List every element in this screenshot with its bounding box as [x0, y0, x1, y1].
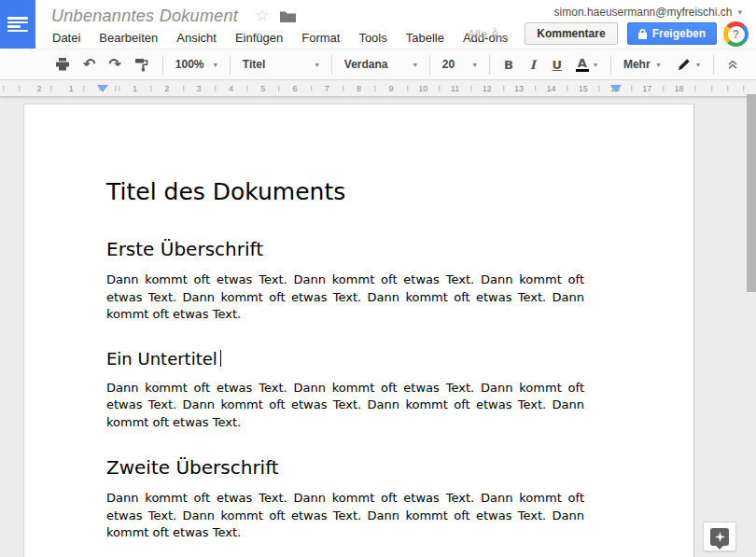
topbar-actions: Alle Ä... Kommentare Freigeben: [464, 22, 717, 45]
chevron-down-icon: ▾: [696, 61, 700, 69]
toolbar-separator: [230, 55, 231, 75]
toolbar-right-group: ▾: [672, 53, 743, 76]
font-family-dropdown[interactable]: Verdana ▾: [341, 53, 421, 76]
font-size-dropdown[interactable]: 20 ▾: [439, 53, 481, 76]
doc-paragraph[interactable]: Dann kommt oft etwas Text. Dann kommt of…: [106, 380, 584, 432]
document-canvas: Titel des Dokuments Erste Überschrift Da…: [0, 98, 756, 557]
ruler-number: 14: [543, 83, 558, 94]
indent-marker-right[interactable]: [610, 85, 622, 92]
doc-paragraph[interactable]: Dann kommt oft etwas Text. Dann kommt of…: [106, 490, 584, 542]
underline-button[interactable]: U: [547, 53, 567, 76]
collapse-toolbar-button[interactable]: [722, 53, 743, 76]
chevron-down-icon: ▾: [413, 61, 417, 69]
ruler-number: 9: [385, 83, 396, 94]
star-icon[interactable]: ☆: [255, 7, 269, 25]
redo-icon: ↷: [108, 57, 120, 72]
comments-button[interactable]: Kommentare: [525, 22, 617, 45]
ruler-number: 5: [258, 83, 268, 94]
toolbar-separator: [429, 55, 430, 75]
ruler[interactable]: 21123456789101112131415161718: [0, 80, 756, 97]
document-page[interactable]: Titel des Dokuments Erste Überschrift Da…: [23, 104, 694, 557]
explore-button[interactable]: [703, 522, 736, 551]
lock-icon: [638, 29, 647, 39]
paint-format-button[interactable]: [130, 53, 154, 76]
paragraph-style-dropdown[interactable]: Titel ▾: [239, 53, 323, 76]
paint-format-icon: [134, 58, 149, 72]
document-title[interactable]: Unbenanntes Dokument: [51, 7, 238, 26]
ruler-number: 15: [576, 83, 591, 94]
doc-heading-2[interactable]: Zweite Überschrift: [106, 455, 584, 480]
ruler-number: 2: [161, 83, 172, 94]
doc-paragraph[interactable]: Dann kommt oft etwas Text. Dann kommt of…: [106, 272, 584, 324]
account-menu[interactable]: simon.haeusermann@myfreischi.ch ▾: [554, 6, 742, 19]
menu-item-ansicht[interactable]: Ansicht: [174, 29, 219, 47]
folder-icon[interactable]: [280, 10, 296, 22]
print-icon: [55, 58, 70, 72]
ruler-number: 18: [672, 83, 687, 94]
ruler-number: 11: [448, 83, 462, 94]
share-button[interactable]: Freigeben: [627, 22, 717, 45]
chevron-down-icon: ▾: [594, 61, 597, 69]
document-content: Titel des Dokuments Erste Überschrift Da…: [24, 104, 693, 542]
undo-icon: ↶: [83, 57, 95, 72]
document-title-row: Unbenanntes Dokument ☆: [51, 5, 296, 27]
menu-item-datei[interactable]: Datei: [49, 29, 83, 47]
chevron-down-icon: ▾: [473, 61, 477, 69]
toolbar-separator: [162, 55, 163, 75]
account-email: simon.haeusermann@myfreischi.ch: [554, 6, 733, 19]
ruler-number: 13: [511, 83, 526, 94]
doc-heading-title[interactable]: Titel des Dokuments: [106, 177, 584, 207]
ruler-number: 12: [480, 83, 495, 94]
editing-mode-button[interactable]: ▾: [672, 53, 705, 76]
menu-item-format[interactable]: Format: [299, 29, 343, 47]
text-color-button[interactable]: A ▾: [571, 53, 602, 76]
toolbar-separator: [713, 55, 714, 75]
docs-logo-icon[interactable]: [0, 0, 35, 49]
ruler-number: 4: [226, 83, 236, 94]
help-button[interactable]: ?: [723, 21, 749, 47]
help-question-mark: ?: [728, 26, 745, 43]
toolbar-separator: [610, 55, 611, 75]
chevron-down-icon: ▾: [214, 61, 217, 69]
collapse-chevrons-icon: [727, 59, 738, 70]
menu-item-tools[interactable]: Tools: [356, 29, 389, 47]
more-dropdown[interactable]: Mehr ▾: [620, 53, 665, 76]
text-cursor: [220, 350, 221, 367]
vertical-scrollbar-thumb[interactable]: [747, 94, 756, 292]
chevron-down-icon: ▾: [315, 61, 319, 69]
all-changes-label[interactable]: Alle Ä...: [464, 25, 511, 43]
print-button[interactable]: [50, 53, 75, 76]
menu-item-tabelle[interactable]: Tabelle: [403, 29, 447, 47]
ruler-number: 2: [34, 83, 44, 94]
indent-marker-left[interactable]: [97, 85, 108, 92]
chevron-down-icon: ▾: [657, 61, 661, 69]
ruler-number: 17: [639, 83, 654, 94]
ruler-number: 7: [322, 83, 332, 94]
doc-heading-1[interactable]: Erste Überschrift: [106, 237, 584, 261]
ruler-number: 6: [289, 83, 300, 94]
sparkle-icon: [710, 528, 729, 546]
ruler-number: 1: [130, 83, 140, 94]
redo-button[interactable]: ↷: [104, 53, 125, 76]
ruler-number: 10: [415, 83, 430, 94]
ruler-number: 8: [354, 83, 364, 94]
toolbar-separator: [489, 55, 490, 75]
edit-pencil-icon: [677, 58, 691, 72]
toolbar: ↶ ↷ 100% ▾ Titel ▾ Verdana ▾ 20 ▾ B I U …: [0, 49, 756, 80]
toolbar-separator: [331, 55, 332, 75]
doc-subtitle[interactable]: Ein Untertitel: [106, 348, 584, 370]
ruler-number: 3: [194, 83, 204, 94]
zoom-dropdown[interactable]: 100% ▾: [172, 53, 221, 76]
top-bar: Unbenanntes Dokument ☆ simon.haeusermann…: [0, 0, 756, 49]
menu-item-bearbeiten[interactable]: Bearbeiten: [96, 29, 161, 47]
menu-item-einf-gen[interactable]: Einfügen: [232, 29, 286, 47]
undo-button[interactable]: ↶: [78, 53, 100, 76]
italic-button[interactable]: I: [523, 53, 543, 76]
ruler-number: 1: [66, 83, 77, 94]
account-dropdown-icon: ▾: [737, 7, 742, 17]
bold-button[interactable]: B: [498, 53, 519, 76]
